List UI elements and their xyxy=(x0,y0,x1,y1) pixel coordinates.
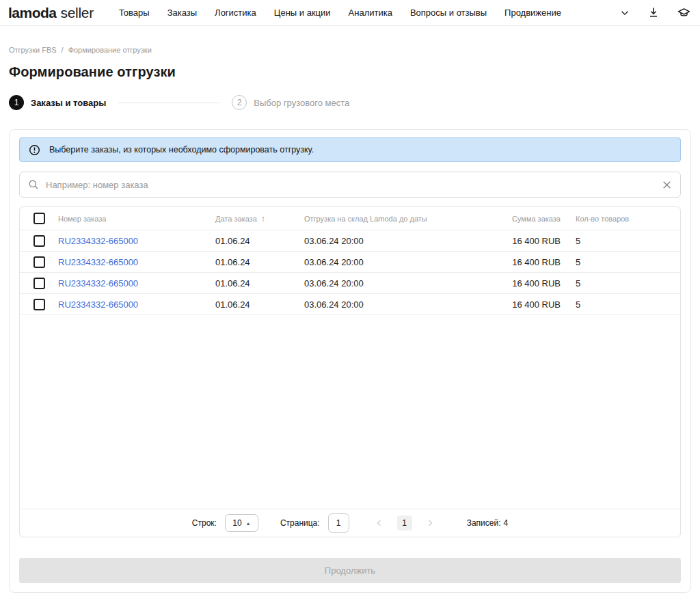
nav-item-prodvizhenie[interactable]: Продвижение xyxy=(504,8,561,18)
table-row: RU2334332-665000 01.06.24 03.06.24 20:00… xyxy=(20,230,680,252)
rows-per-page-select[interactable]: 10 ▲ xyxy=(225,514,258,532)
order-date-cell: 01.06.24 xyxy=(215,236,304,246)
breadcrumb-current: Формирование отгрузки xyxy=(68,46,152,54)
order-sum-cell: 16 400 RUB xyxy=(489,299,571,310)
records-count: Записей: 4 xyxy=(467,518,509,528)
caret-up-icon: ▲ xyxy=(246,521,251,526)
search-icon xyxy=(28,179,39,190)
logo-regular-text: seller xyxy=(61,5,94,21)
order-number-link[interactable]: RU2334332-665000 xyxy=(58,257,215,267)
order-sum-cell: 16 400 RUB xyxy=(489,257,571,267)
step-2-cargo-place: 2 Выбор грузового места xyxy=(232,95,349,110)
step-2-circle: 2 xyxy=(232,95,247,110)
ship-by-cell: 03.06.24 20:00 xyxy=(304,278,489,289)
nav-item-logistika[interactable]: Логистика xyxy=(215,8,256,18)
stepper: 1 Заказы и товары 2 Выбор грузового мест… xyxy=(9,95,691,110)
row-checkbox[interactable] xyxy=(33,299,45,310)
col-header-order-date[interactable]: Дата заказа ↑ xyxy=(215,214,304,224)
search-input[interactable] xyxy=(46,180,655,190)
next-page-icon[interactable] xyxy=(420,519,440,527)
row-checkbox[interactable] xyxy=(33,256,45,268)
row-checkbox[interactable] xyxy=(33,278,45,289)
nav-item-tovary[interactable]: Товары xyxy=(119,8,150,18)
main-nav: Товары Заказы Логистика Цены и акции Ана… xyxy=(119,8,561,18)
logo-bold-text: lamoda xyxy=(8,5,57,21)
qty-cell: 5 xyxy=(571,278,680,289)
lamoda-seller-logo[interactable]: lamoda seller xyxy=(8,5,94,21)
select-all-checkbox[interactable] xyxy=(33,213,45,224)
pagination-bar: Строк: 10 ▲ Страница: 1 1 Записей: 4 xyxy=(20,509,680,537)
table-header-row: Номер заказа Дата заказа ↑ Отгрузка на с… xyxy=(20,207,680,230)
ship-by-cell: 03.06.24 20:00 xyxy=(304,299,489,310)
breadcrumb: Отгрузки FBS / Формирование отгрузки xyxy=(9,46,691,54)
orders-table: Номер заказа Дата заказа ↑ Отгрузка на с… xyxy=(19,206,681,537)
table-row: RU2334332-665000 01.06.24 03.06.24 20:00… xyxy=(20,294,680,315)
col-header-qty: Кол-во товаров xyxy=(571,215,680,223)
step-1-orders-and-goods: 1 Заказы и товары xyxy=(9,95,106,110)
order-number-link[interactable]: RU2334332-665000 xyxy=(58,299,215,310)
step-2-label: Выбор грузового места xyxy=(254,98,349,108)
info-icon xyxy=(29,144,40,156)
rows-per-page-label: Строк: xyxy=(192,518,217,528)
order-date-cell: 01.06.24 xyxy=(215,299,304,310)
info-banner-text: Выберите заказы, из которых необходимо с… xyxy=(49,145,314,155)
step-1-circle: 1 xyxy=(9,95,24,110)
continue-button[interactable]: Продолжить xyxy=(19,558,681,583)
info-banner: Выберите заказы, из которых необходимо с… xyxy=(19,137,681,162)
top-bar: lamoda seller Товары Заказы Логистика Це… xyxy=(0,0,700,26)
table-empty-space xyxy=(20,315,680,509)
order-number-link[interactable]: RU2334332-665000 xyxy=(58,236,215,246)
prev-page-icon[interactable] xyxy=(370,519,389,527)
records-label: Записей: xyxy=(467,518,501,528)
chevron-down-icon[interactable] xyxy=(620,8,630,18)
order-sum-cell: 16 400 RUB xyxy=(489,236,571,246)
page-number-input[interactable]: 1 xyxy=(328,513,349,533)
rows-per-page-value: 10 xyxy=(232,518,241,528)
col-header-ship-by: Отгрузка на склад Lamoda до даты xyxy=(304,215,489,223)
nav-item-analitika[interactable]: Аналитика xyxy=(349,8,392,18)
row-checkbox[interactable] xyxy=(33,235,45,247)
nav-item-voprosy-i-otzyvy[interactable]: Вопросы и отзывы xyxy=(410,8,487,18)
order-date-cell: 01.06.24 xyxy=(215,278,304,289)
ship-by-cell: 03.06.24 20:00 xyxy=(304,236,489,246)
current-page-button[interactable]: 1 xyxy=(397,515,412,531)
breadcrumb-separator: / xyxy=(62,46,64,54)
shipment-card: Выберите заказы, из которых необходимо с… xyxy=(9,129,691,593)
step-1-label: Заказы и товары xyxy=(31,98,106,108)
order-number-link[interactable]: RU2334332-665000 xyxy=(58,278,215,289)
breadcrumb-otgruzki-fbs[interactable]: Отгрузки FBS xyxy=(9,46,57,54)
stepper-connector xyxy=(118,103,219,103)
table-row: RU2334332-665000 01.06.24 03.06.24 20:00… xyxy=(20,273,680,294)
order-sum-cell: 16 400 RUB xyxy=(489,278,571,289)
nav-item-tseny-i-aktsii[interactable]: Цены и акции xyxy=(274,8,331,18)
col-header-order-date-label: Дата заказа xyxy=(215,215,257,223)
table-row: RU2334332-665000 01.06.24 03.06.24 20:00… xyxy=(20,252,680,273)
ship-by-cell: 03.06.24 20:00 xyxy=(304,257,489,267)
col-header-order-number: Номер заказа xyxy=(58,215,215,223)
qty-cell: 5 xyxy=(571,299,680,310)
order-search-box xyxy=(19,172,681,198)
sort-asc-icon: ↑ xyxy=(261,214,265,224)
clear-search-icon[interactable] xyxy=(662,180,672,190)
records-value: 4 xyxy=(503,518,508,528)
nav-item-zakazy[interactable]: Заказы xyxy=(167,8,197,18)
download-icon[interactable] xyxy=(648,7,659,18)
qty-cell: 5 xyxy=(571,236,680,246)
col-header-order-sum: Сумма заказа xyxy=(489,215,571,223)
page-label: Страница: xyxy=(280,518,320,528)
page-title: Формирование отгрузки xyxy=(9,64,691,80)
order-date-cell: 01.06.24 xyxy=(215,257,304,267)
education-cap-icon[interactable] xyxy=(677,7,690,18)
qty-cell: 5 xyxy=(571,257,680,267)
